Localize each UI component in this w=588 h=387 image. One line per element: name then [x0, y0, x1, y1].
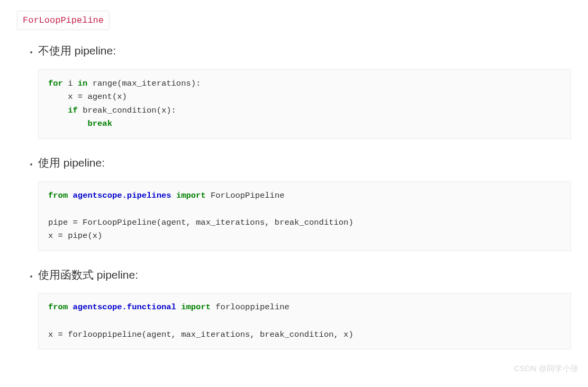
code-block[interactable]: from agentscope.pipelines import ForLoop…	[38, 181, 571, 251]
list-item: 使用 pipeline: from agentscope.pipelines i…	[38, 154, 571, 251]
section-list: 不使用 pipeline: for i in range(max_iterati…	[17, 42, 571, 349]
code-block[interactable]: from agentscope.functional import forloo…	[38, 293, 571, 349]
watermark-text: CSDN @同学小张	[514, 362, 578, 375]
section-heading: 不使用 pipeline:	[38, 42, 571, 60]
list-item: 使用函数式 pipeline: from agentscope.function…	[38, 266, 571, 349]
list-item: 不使用 pipeline: for i in range(max_iterati…	[38, 42, 571, 139]
code-block[interactable]: for i in range(max_iterations): x = agen…	[38, 69, 571, 139]
section-heading: 使用 pipeline:	[38, 154, 571, 172]
title-code-tag: ForLoopPipeline	[17, 11, 110, 30]
section-heading: 使用函数式 pipeline:	[38, 266, 571, 284]
